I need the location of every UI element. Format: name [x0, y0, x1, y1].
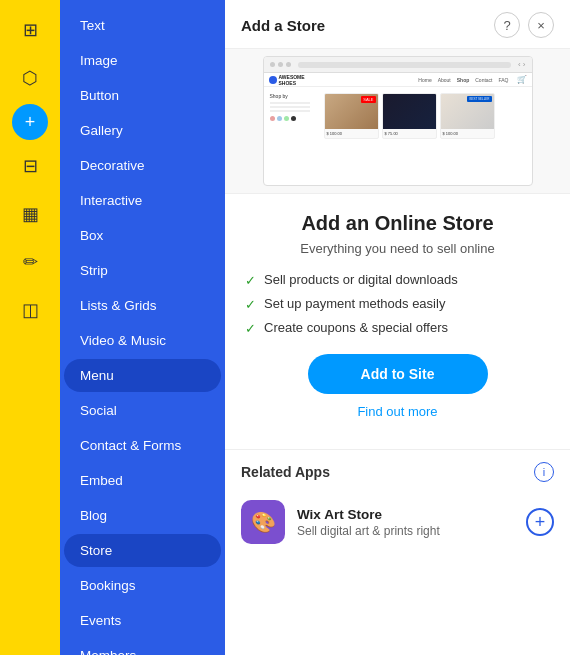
wix-art-store-icon: 🎨 [241, 500, 285, 544]
product-price-2: $ 75.00 [383, 129, 436, 138]
sidebar-item-button[interactable]: Button [64, 79, 221, 112]
sidebar-item-text[interactable]: Text [64, 9, 221, 42]
nav-faq: FAQ [498, 77, 508, 83]
sidebar-item-contact-forms[interactable]: Contact & Forms [64, 429, 221, 462]
nav-home: Home [418, 77, 431, 83]
preview-nav: AWESOMESHOES Home About Shop Contact FAQ… [264, 73, 532, 87]
panel-title: Add a Store [241, 17, 325, 34]
product-img-1: SALE [325, 94, 378, 129]
store-title: Add an Online Store [245, 212, 550, 235]
app-icon-symbol: 🎨 [251, 510, 276, 534]
swatch3 [284, 116, 289, 121]
filter-line3 [270, 110, 310, 112]
nav-about: About [438, 77, 451, 83]
header-icons: ? × [494, 12, 554, 38]
nav-contact: Contact [475, 77, 492, 83]
feature-item-3: ✓ Create coupons & special offers [245, 320, 550, 336]
dot3 [286, 62, 291, 67]
close-button[interactable]: × [528, 12, 554, 38]
product-card-2: $ 75.00 [382, 93, 437, 139]
product-img-3: BEST SELLER [441, 94, 494, 129]
url-bar [298, 62, 511, 68]
preview-logo: AWESOMESHOES [269, 74, 305, 86]
app-item-wix-art-store: 🎨 Wix Art Store Sell digital art & print… [241, 492, 554, 552]
sidebar-item-interactive[interactable]: Interactive [64, 184, 221, 217]
product-price-1: $ 100.00 [325, 129, 378, 138]
product-card-3: BEST SELLER $ 100.00 [440, 93, 495, 139]
color-swatches [270, 116, 320, 121]
feature-item-1: ✓ Sell products or digital downloads [245, 272, 550, 288]
nav-shop: Shop [457, 77, 470, 83]
sidebar-item-store[interactable]: Store [64, 534, 221, 567]
help-button[interactable]: ? [494, 12, 520, 38]
preview-filters: Shop by [270, 93, 320, 139]
check-icon-1: ✓ [245, 273, 256, 288]
sidebar-item-video-music[interactable]: Video & Music [64, 324, 221, 357]
find-out-more-link[interactable]: Find out more [245, 404, 550, 419]
sidebar-item-gallery[interactable]: Gallery [64, 114, 221, 147]
sidebar-item-menu[interactable]: Menu [64, 359, 221, 392]
product-price-3: $ 100.00 [441, 129, 494, 138]
feature-text-1: Sell products or digital downloads [264, 272, 458, 287]
feature-list: ✓ Sell products or digital downloads ✓ S… [245, 272, 550, 336]
add-to-site-button[interactable]: Add to Site [308, 354, 488, 394]
sidebar-item-decorative[interactable]: Decorative [64, 149, 221, 182]
related-apps-header: Related Apps i [241, 462, 554, 482]
preview-content: Shop by SALE [264, 87, 532, 145]
sidebar-item-members[interactable]: Members [64, 639, 221, 655]
calendar-icon-btn[interactable]: ◫ [8, 288, 52, 332]
sale-badge-1: SALE [361, 96, 375, 103]
app-description: Sell digital art & prints right [297, 524, 514, 538]
nav-arrows: ‹ › [518, 60, 526, 69]
swatch1 [270, 116, 275, 121]
browser-bar: ‹ › [264, 57, 532, 73]
store-preview: ‹ › AWESOMESHOES Home About Shop Contact… [225, 49, 570, 194]
swatch4 [291, 116, 296, 121]
preview-products: SALE $ 100.00 $ 75.00 BEST SELLER $ 100.… [324, 93, 526, 139]
sidebar-item-strip[interactable]: Strip [64, 254, 221, 287]
product-img-2 [383, 94, 436, 129]
app-info: Wix Art Store Sell digital art & prints … [297, 507, 514, 538]
logo-circle [269, 76, 277, 84]
sidebar-item-lists-grids[interactable]: Lists & Grids [64, 289, 221, 322]
sidebar-item-social[interactable]: Social [64, 394, 221, 427]
add-icon-btn[interactable]: + [12, 104, 48, 140]
nav-cart-icon: 🛒 [517, 75, 527, 84]
dot1 [270, 62, 275, 67]
sidebar-item-image[interactable]: Image [64, 44, 221, 77]
check-icon-2: ✓ [245, 297, 256, 312]
feature-item-2: ✓ Set up payment methods easily [245, 296, 550, 312]
store-subtitle: Everything you need to sell online [245, 241, 550, 256]
apps-icon-btn[interactable]: ⊟ [8, 144, 52, 188]
sidebar-item-events[interactable]: Events [64, 604, 221, 637]
bestseller-badge: BEST SELLER [467, 96, 491, 102]
filter-line1 [270, 102, 310, 104]
preview-window: ‹ › AWESOMESHOES Home About Shop Contact… [263, 56, 533, 186]
layers-icon-btn[interactable]: ⊞ [8, 8, 52, 52]
sidebar-item-bookings[interactable]: Bookings [64, 569, 221, 602]
app-name: Wix Art Store [297, 507, 514, 522]
media-icon-btn[interactable]: ▦ [8, 192, 52, 236]
sidebar-item-box[interactable]: Box [64, 219, 221, 252]
related-apps-info-icon[interactable]: i [534, 462, 554, 482]
pen-icon-btn[interactable]: ✏ [8, 240, 52, 284]
logo-text: AWESOMESHOES [279, 74, 305, 86]
feature-text-3: Create coupons & special offers [264, 320, 448, 335]
app-add-button[interactable]: + [526, 508, 554, 536]
sidebar-item-embed[interactable]: Embed [64, 464, 221, 497]
swatch2 [277, 116, 282, 121]
product-card-1: SALE $ 100.00 [324, 93, 379, 139]
sidebar-item-blog[interactable]: Blog [64, 499, 221, 532]
store-info: Add an Online Store Everything you need … [225, 194, 570, 449]
filter-line2 [270, 106, 310, 108]
main-panel: Add a Store ? × ‹ › AWESOMESHOES Home Ab… [225, 0, 570, 655]
filter-label: Shop by [270, 93, 320, 99]
component-icon-btn[interactable]: ⬡ [8, 56, 52, 100]
dot2 [278, 62, 283, 67]
icon-bar: ⊞ ⬡ + ⊟ ▦ ✏ ◫ [0, 0, 60, 655]
related-apps-section: Related Apps i 🎨 Wix Art Store Sell digi… [225, 449, 570, 564]
check-icon-3: ✓ [245, 321, 256, 336]
feature-text-2: Set up payment methods easily [264, 296, 445, 311]
panel-header: Add a Store ? × [225, 0, 570, 49]
sidebar: Text Image Button Gallery Decorative Int… [60, 0, 225, 655]
